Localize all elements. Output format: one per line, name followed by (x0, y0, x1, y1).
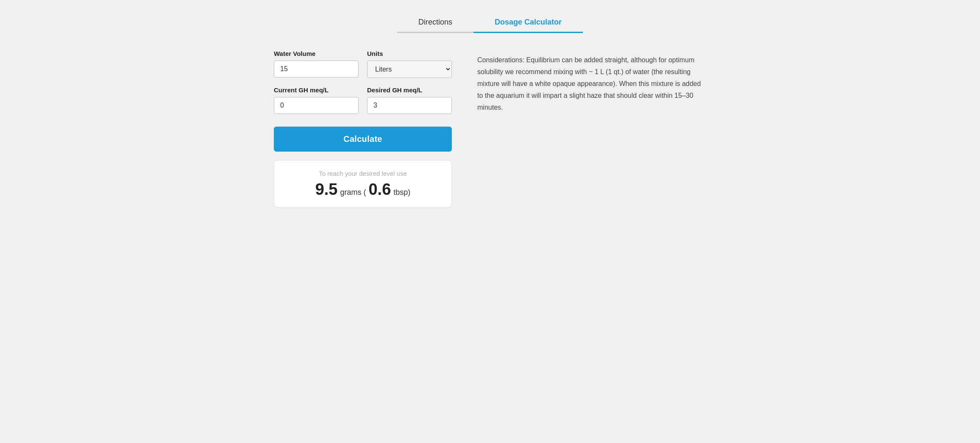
desired-gh-input[interactable] (367, 97, 452, 114)
tabs: Directions Dosage Calculator (397, 13, 583, 33)
water-volume-group: Water Volume (274, 50, 359, 78)
desired-gh-label: Desired GH meq/L (367, 86, 452, 94)
water-volume-label: Water Volume (274, 50, 359, 57)
considerations-panel: Considerations: Equilibrium can be added… (477, 50, 706, 114)
calculator-panel: Water Volume Units Liters US Gallons Imp… (274, 50, 452, 208)
form-row-2: Current GH meq/L Desired GH meq/L (274, 86, 452, 114)
result-label: To reach your desired level use (283, 170, 443, 177)
units-select[interactable]: Liters US Gallons Imperial Gallons (367, 61, 452, 78)
result-grams-unit: grams ( (340, 188, 366, 197)
main-content: Water Volume Units Liters US Gallons Imp… (274, 50, 706, 208)
result-grams-value: 9.5 (315, 180, 338, 199)
tab-dosage-calculator[interactable]: Dosage Calculator (473, 13, 583, 33)
result-box: To reach your desired level use 9.5 gram… (274, 160, 452, 208)
units-group: Units Liters US Gallons Imperial Gallons (367, 50, 452, 78)
result-value: 9.5 grams ( 0.6 tbsp) (283, 180, 443, 199)
current-gh-group: Current GH meq/L (274, 86, 359, 114)
current-gh-label: Current GH meq/L (274, 86, 359, 94)
tab-directions[interactable]: Directions (397, 13, 473, 33)
form-row-1: Water Volume Units Liters US Gallons Imp… (274, 50, 452, 78)
considerations-text: Considerations: Equilibrium can be added… (477, 54, 706, 114)
units-label: Units (367, 50, 452, 57)
calculate-button[interactable]: Calculate (274, 127, 452, 152)
current-gh-input[interactable] (274, 97, 359, 114)
desired-gh-group: Desired GH meq/L (367, 86, 452, 114)
water-volume-input[interactable] (274, 61, 359, 78)
result-tbsp-unit: tbsp) (393, 188, 410, 197)
result-tbsp-value: 0.6 (368, 180, 391, 199)
tabs-container: Directions Dosage Calculator (274, 13, 706, 33)
